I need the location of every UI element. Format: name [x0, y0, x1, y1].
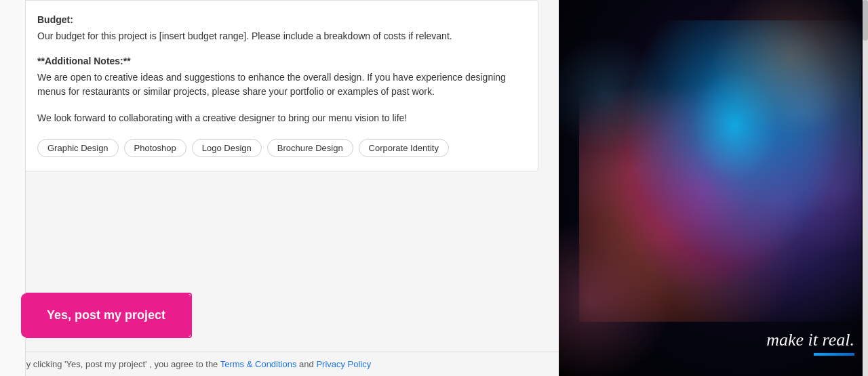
tag-brochure-design[interactable]: Brochure Design: [267, 139, 353, 157]
tag-logo-design[interactable]: Logo Design: [192, 139, 262, 157]
scrollbar-thumb[interactable]: [863, 0, 868, 41]
tagline-underline: [814, 353, 854, 356]
dust-particles: [559, 0, 868, 376]
privacy-link[interactable]: Privacy Policy: [316, 359, 371, 369]
tag-corporate-identity[interactable]: Corporate Identity: [359, 139, 449, 157]
terms-link[interactable]: Terms & Conditions: [220, 359, 297, 369]
post-button-wrapper: Yes, post my project: [20, 293, 192, 338]
tagline-text: make it real.: [766, 330, 854, 350]
action-section: Yes, post my project: [0, 279, 559, 352]
tags-row: Graphic Design Photoshop Logo Design Bro…: [37, 139, 521, 157]
footer-text-before: By clicking 'Yes, post my project' , you…: [20, 359, 220, 369]
project-card: Budget: Our budget for this project is […: [20, 0, 538, 171]
budget-text: Our budget for this project is [insert b…: [37, 29, 521, 43]
footer-and: and: [299, 359, 316, 369]
left-panel: Budget: Our budget for this project is […: [0, 0, 559, 376]
sidebar-panel: make it real.: [559, 0, 868, 376]
scrollbar[interactable]: [863, 0, 868, 376]
additional-notes-label: **Additional Notes:**: [37, 56, 521, 66]
content-area: Budget: Our budget for this project is […: [0, 0, 559, 279]
collaborate-text: We look forward to collaborating with a …: [37, 111, 521, 125]
tag-graphic-design[interactable]: Graphic Design: [37, 139, 119, 157]
left-border-decoration: [0, 0, 26, 376]
sidebar-tagline: make it real.: [766, 330, 854, 356]
additional-notes-text: We are open to creative ideas and sugges…: [37, 70, 521, 99]
post-project-button[interactable]: Yes, post my project: [24, 296, 189, 335]
tag-photoshop[interactable]: Photoshop: [124, 139, 186, 157]
footer-disclaimer: By clicking 'Yes, post my project' , you…: [0, 352, 559, 376]
budget-label: Budget:: [37, 14, 521, 25]
sidebar-background: make it real.: [559, 0, 868, 376]
